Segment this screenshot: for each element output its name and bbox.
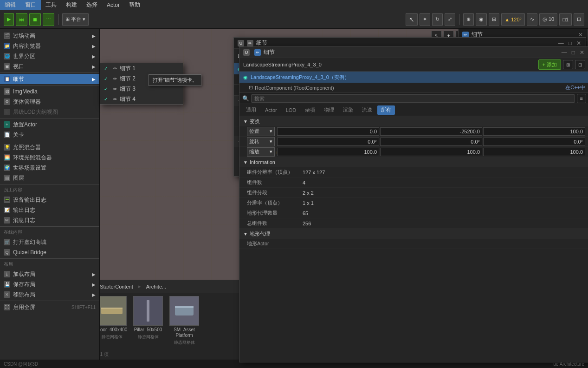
- step-toggle[interactable]: □1: [559, 13, 572, 26]
- sep-h: [0, 301, 99, 301]
- filter-general[interactable]: 通用: [242, 105, 260, 115]
- sidebar-place-actor[interactable]: + 放置Actor: [0, 119, 99, 130]
- sidebar-viewport[interactable]: ▣ 视口 ▶: [0, 61, 99, 72]
- menu-tools[interactable]: 工具: [41, 0, 61, 10]
- scale2-toggle[interactable]: ∿: [527, 13, 537, 26]
- cb-starter[interactable]: StarterContent: [96, 282, 137, 291]
- sidebar-quixel[interactable]: Q Quixel Bridge: [0, 247, 99, 257]
- grid-toggle[interactable]: ⊞: [489, 13, 499, 26]
- filter-physics[interactable]: 物理: [320, 105, 338, 115]
- sidebar-cinematic[interactable]: 🎬 过场动画 ▶: [0, 31, 99, 41]
- sidebar-level[interactable]: 📄 关卡: [0, 130, 99, 140]
- sidebar-detail[interactable]: 📋 细节 ▶: [0, 74, 99, 84]
- menu-help[interactable]: 帮助: [124, 0, 145, 10]
- panel2-close[interactable]: ✕: [575, 40, 582, 46]
- sidebar-fullscreen[interactable]: ⛶ 启用全屏 SHIFT+F11: [0, 302, 99, 312]
- sidebar-env-mix[interactable]: 🌅 环境光照混合器: [0, 152, 99, 163]
- sidebar-layer[interactable]: ▤ 图层: [0, 173, 99, 183]
- sidebar-store[interactable]: 🛒 打开虚幻商城: [0, 237, 99, 247]
- surface-toggle[interactable]: ⊡: [574, 13, 584, 26]
- move-tool[interactable]: ✦: [420, 13, 430, 26]
- menu-select[interactable]: 选择: [82, 0, 102, 10]
- angle-toggle[interactable]: ▲ 120°: [501, 13, 525, 26]
- detail1-row[interactable]: ✓ ✏ 细节 1: [100, 63, 183, 73]
- sidebar-save-layout[interactable]: 💾 保存布局 ▶: [0, 279, 99, 289]
- store-icon: 🛒: [4, 239, 10, 245]
- main-tool2[interactable]: ⊡: [575, 60, 585, 69]
- filter-actor[interactable]: Actor: [261, 105, 281, 115]
- sidebar-variant[interactable]: ⚙ 变体管理器: [0, 97, 99, 107]
- main-panel-max[interactable]: □: [571, 49, 576, 56]
- menu-build[interactable]: 构建: [61, 0, 82, 10]
- distance-toggle[interactable]: ◎ 10: [539, 13, 557, 26]
- sidebar-imgmedia[interactable]: 🖼 ImgMedia: [0, 86, 99, 97]
- main-panel-min[interactable]: —: [561, 49, 568, 56]
- filter-stream[interactable]: 流送: [358, 105, 376, 115]
- main-info-header[interactable]: ▼ Information: [239, 157, 588, 167]
- main-col-btn[interactable]: ≡: [577, 94, 586, 103]
- check4-icon: ✓: [104, 97, 110, 102]
- platform-button[interactable]: ⊞ 平台 ▾: [62, 13, 89, 26]
- platform-thumb[interactable]: [169, 296, 199, 326]
- rot-dropdown-main[interactable]: 旋转 ▾: [247, 137, 275, 146]
- sidebar-hlod[interactable]: ⊞ 层级LOD大纲视图: [0, 107, 99, 117]
- select-tool[interactable]: ↖: [406, 13, 418, 26]
- main-rot-y[interactable]: [380, 138, 482, 146]
- log-icon: 📝: [4, 207, 10, 213]
- main-panel-close[interactable]: ✕: [579, 49, 585, 56]
- sidebar-remove-layout[interactable]: ✕ 移除布局 ▶: [0, 289, 99, 300]
- main-cpp-btn[interactable]: 在C++中: [565, 84, 585, 91]
- main-pos-z[interactable]: [483, 127, 585, 136]
- sidebar-light-mix[interactable]: 💡 光照混合器: [0, 142, 99, 152]
- cb-archite[interactable]: Archite...: [142, 282, 170, 291]
- rotate-tool[interactable]: ↻: [432, 13, 443, 26]
- sidebar-world-partition[interactable]: 🌐 世界分区 ▶: [0, 51, 99, 61]
- scale-dropdown-main[interactable]: 缩放 ▾: [247, 147, 275, 157]
- detail4-row[interactable]: ✓ ✏ 细节 4: [100, 94, 183, 104]
- platform-type: 静态网格体: [174, 340, 195, 346]
- menu-actor[interactable]: Actor: [102, 0, 124, 10]
- load-arrow: ▶: [92, 272, 96, 277]
- main-terrain-header[interactable]: ▼ 地形代理: [239, 229, 588, 239]
- main-scale-z[interactable]: [483, 148, 585, 156]
- detail2-row[interactable]: ✓ ✏ 细节 2: [100, 73, 183, 84]
- pos-dropdown-main[interactable]: 位置 ▾: [247, 127, 275, 136]
- play-button[interactable]: ▶: [4, 13, 14, 26]
- sidebar-device-log[interactable]: 📟 设备输出日志: [0, 195, 99, 205]
- sidebar-world-settings[interactable]: 🌍 世界场景设置: [0, 163, 99, 173]
- sidebar-load-layout[interactable]: ⤓ 加载布局 ▶: [0, 269, 99, 279]
- floor-thumb[interactable]: [97, 296, 127, 326]
- sidebar-msg-log[interactable]: ✉ 消息日志: [0, 215, 99, 225]
- main-add-btn[interactable]: + 添加: [538, 59, 561, 70]
- filter-lod[interactable]: LOD: [282, 105, 300, 115]
- panel2-min[interactable]: —: [557, 40, 565, 46]
- filter-all[interactable]: 所有: [377, 105, 395, 115]
- stop-button[interactable]: ⏹: [29, 13, 41, 26]
- pillar-thumb[interactable]: [133, 296, 163, 326]
- main-scale-x[interactable]: [277, 148, 379, 156]
- main-rot-z[interactable]: [483, 138, 585, 146]
- detail3-edit-icon: ✏: [113, 86, 117, 92]
- pause-button[interactable]: ⋯: [43, 13, 54, 26]
- world-toggle[interactable]: ⊕: [463, 13, 474, 26]
- panel2-max[interactable]: □: [568, 40, 573, 46]
- step-button[interactable]: ⏭: [16, 13, 27, 26]
- scale-tool[interactable]: ⤢: [445, 13, 455, 26]
- main-scale-y[interactable]: [380, 148, 482, 156]
- msg-icon: ✉: [4, 217, 10, 223]
- sidebar-content[interactable]: 📁 内容浏览器 ▶: [0, 41, 99, 51]
- sidebar-output-log[interactable]: 📝 输出日志: [0, 205, 99, 215]
- main-pos-x[interactable]: [277, 127, 379, 136]
- main-search-input[interactable]: [251, 94, 575, 103]
- snap-toggle[interactable]: ◉: [476, 13, 487, 26]
- detail3-row[interactable]: ✓ ✏ 细节 3: [100, 84, 183, 94]
- menu-window[interactable]: 窗口: [20, 0, 41, 10]
- main-pos-y[interactable]: [380, 127, 482, 136]
- main-transform-header[interactable]: ▼ 变换: [239, 116, 588, 126]
- main-tool1[interactable]: ⊞: [563, 60, 573, 69]
- menu-edit[interactable]: 编辑: [0, 0, 20, 10]
- arrow-icon2: ▶: [92, 33, 96, 39]
- filter-render[interactable]: 渲染: [339, 105, 357, 115]
- main-rot-x[interactable]: [277, 138, 379, 146]
- filter-misc[interactable]: 杂项: [301, 105, 319, 115]
